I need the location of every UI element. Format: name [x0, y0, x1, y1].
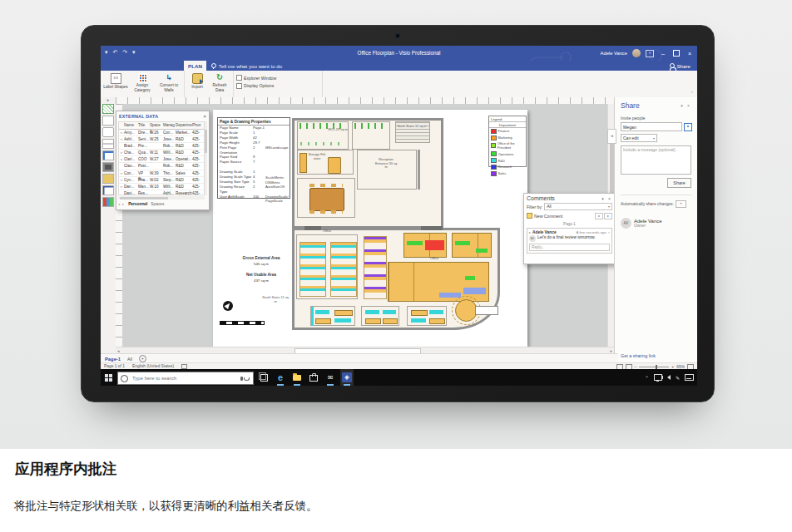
menu-tab-plan-active[interactable]: PLAN: [184, 61, 206, 71]
close-icon[interactable]: ×: [608, 196, 612, 201]
drawing-page[interactable]: Page & Drawing Properties Page NamePage-…: [213, 110, 527, 347]
table-row[interactable]: ∞ Dan... Man... W.10 Willi... R&D 425-: [119, 184, 204, 190]
tab-personnel[interactable]: Personnel: [128, 202, 147, 206]
menu-tab[interactable]: [142, 61, 151, 71]
pen-icon[interactable]: ✎: [676, 375, 680, 381]
ribbon-display-options-icon[interactable]: ▾: [646, 50, 654, 57]
tell-me-box[interactable]: Tell me what you want to do: [206, 61, 287, 71]
tab-spaces[interactable]: Spaces: [151, 202, 164, 206]
wc-room-1[interactable]: [297, 121, 349, 150]
round-table[interactable]: [455, 299, 478, 322]
tab-nav-arrows[interactable]: ◂ ▸: [118, 202, 125, 206]
table-vscrollbar[interactable]: [205, 121, 207, 195]
file-explorer-icon[interactable]: [290, 369, 304, 386]
user-avatar[interactable]: [632, 49, 641, 57]
shape-master-icon[interactable]: [102, 139, 114, 149]
pane-collapse-handle[interactable]: ◂: [607, 129, 616, 144]
delete-comment-icon[interactable]: ×: [608, 230, 610, 234]
menu-tab[interactable]: [176, 61, 184, 71]
close-button[interactable]: ×: [686, 51, 694, 57]
chevron-down-icon[interactable]: ▾: [681, 103, 685, 108]
address-book-icon[interactable]: [684, 123, 692, 131]
new-comment-button[interactable]: New Comment: [534, 214, 562, 219]
bottom-room-3[interactable]: [407, 306, 447, 326]
page-drawing-properties-box[interactable]: Page & Drawing Properties Page NamePage-…: [217, 117, 290, 199]
table-row[interactable]: ∞ Cyn... Pha... W.02 Step... R&D 425-: [119, 177, 204, 184]
collapse-ribbon-icon[interactable]: ⌃: [691, 91, 694, 96]
restore-button[interactable]: [672, 50, 681, 57]
menu-tab[interactable]: [101, 61, 109, 71]
legend-box[interactable]: Legend Department Finance Marketing Offi…: [488, 116, 527, 167]
menu-tab[interactable]: [167, 61, 176, 71]
chevron-down-icon[interactable]: ▾: [601, 196, 606, 201]
table-hscrollbar[interactable]: [118, 196, 205, 200]
invite-people-input[interactable]: [621, 122, 682, 131]
explorer-window-checkbox[interactable]: Explorer Window: [236, 75, 276, 81]
cubicle-grid[interactable]: [388, 262, 489, 302]
volume-icon[interactable]: [667, 375, 671, 380]
close-icon[interactable]: ×: [687, 103, 691, 108]
collapse-comment-icon[interactable]: ▸: [529, 230, 531, 234]
table-row[interactable]: ∞ Amy... Dire... W.26 Con... Market... 4…: [119, 130, 204, 136]
expand-shapes-arrow[interactable]: ▸: [101, 97, 116, 102]
office-left[interactable]: [296, 234, 358, 299]
zoom-slider[interactable]: [639, 367, 669, 367]
camera-shape-icon[interactable]: [102, 162, 114, 172]
comments-panel[interactable]: Comments ▾ × Filter by: All▾ New Comment…: [523, 193, 616, 264]
visio-taskbar-icon[interactable]: ◈: [340, 369, 354, 386]
zoom-slider-thumb[interactable]: [656, 365, 657, 369]
filter-dropdown[interactable]: All▾: [544, 203, 612, 210]
comment-card[interactable]: ▸ Adele Vance A few seconds ago × AV Let…: [527, 228, 612, 254]
menu-tab[interactable]: [151, 61, 159, 71]
shape-master-icon[interactable]: [102, 127, 114, 137]
table-row[interactable]: ∞ Con... VP S... W.39 Tho... Sales 425-: [119, 170, 204, 177]
shape-master-icon[interactable]: [102, 150, 114, 160]
table-row[interactable]: ∞ Cha... Qua... W.11 Willi... R&D 425-: [119, 150, 204, 156]
zoom-level[interactable]: 65%: [676, 365, 685, 369]
signed-in-user[interactable]: Adele Vance: [601, 51, 627, 56]
table-row[interactable]: ∞ Davi... Res... Ashl... Research 425-: [119, 190, 204, 195]
auto-share-dropdown[interactable]: ▾: [676, 200, 686, 208]
menu-tab[interactable]: [109, 61, 117, 71]
monitor-shape-icon[interactable]: [102, 185, 114, 195]
reply-input[interactable]: Reply...: [529, 244, 610, 251]
color-shape-icon[interactable]: [102, 197, 114, 207]
table-row[interactable]: ∞ Brad... Pre... Rob... R&D 425-: [119, 143, 204, 150]
import-button[interactable]: Import: [187, 72, 207, 90]
edge-icon[interactable]: e: [274, 369, 287, 386]
previous-comment-button[interactable]: ◂: [595, 213, 603, 219]
bottom-room-2[interactable]: [361, 306, 399, 326]
wc-room-2[interactable]: [352, 121, 390, 150]
share-submit-button[interactable]: Share: [667, 178, 691, 188]
page-tab[interactable]: Page-1: [105, 357, 121, 362]
menu-tab[interactable]: [134, 61, 142, 71]
store-icon[interactable]: [307, 369, 320, 386]
menu-tab[interactable]: [126, 61, 134, 71]
table-row[interactable]: ∞ Clari... COO W.27 Jose... Operati... 4…: [119, 156, 204, 163]
zoom-in-button[interactable]: +: [671, 365, 674, 369]
minimize-button[interactable]: –: [659, 51, 667, 57]
message-textarea[interactable]: Include a message (optional): [621, 145, 691, 175]
convert-to-walls-button[interactable]: ↳ Convert to Walls: [156, 72, 181, 92]
bottom-room-1[interactable]: [310, 306, 355, 326]
chevron-up-icon[interactable]: ⌃: [645, 375, 649, 381]
table-row[interactable]: ∞ Ashl... Seni... W.25 Jose... R&D 425-: [119, 136, 204, 143]
start-button[interactable]: [105, 374, 108, 377]
all-pages-button[interactable]: All: [127, 357, 132, 362]
mail-icon[interactable]: ✉: [324, 369, 337, 386]
zoom-out-button[interactable]: –: [635, 365, 637, 369]
table-row[interactable]: ∞ Clau... Post... Rob... R&D 425-: [119, 163, 204, 170]
conference-room[interactable]: [297, 178, 355, 218]
label-shapes-button[interactable]: 1/3 Label Shapes: [103, 72, 128, 90]
touch-keyboard-icon[interactable]: [685, 374, 694, 381]
refresh-data-button[interactable]: ↻ Refresh Data: [209, 72, 230, 92]
task-view-button[interactable]: [257, 369, 270, 386]
shape-master-icon[interactable]: [102, 116, 114, 126]
external-data-panel[interactable]: EXTERNAL DATA × Name Title Space (I Mana…: [116, 111, 210, 210]
menu-tab[interactable]: [117, 61, 126, 71]
assign-category-button[interactable]: Assign Category: [130, 72, 155, 92]
shape-master-icon[interactable]: [102, 104, 114, 114]
cubicle-cluster-1[interactable]: [403, 233, 447, 258]
close-icon[interactable]: ×: [204, 114, 206, 119]
taskbar-search[interactable]: [117, 372, 254, 385]
